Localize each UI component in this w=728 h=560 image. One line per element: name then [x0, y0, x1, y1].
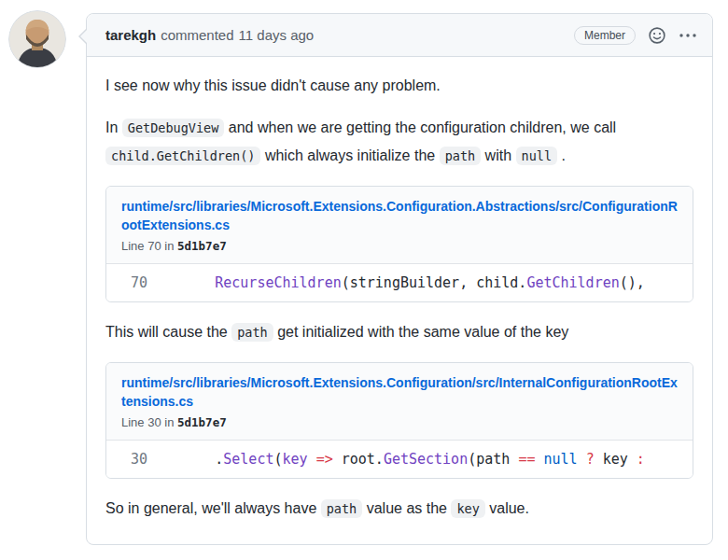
- snippet-code-area: 30 .Select(key => root.GetSection(path =…: [106, 440, 693, 478]
- kebab-icon: [679, 28, 697, 43]
- snippet-line-label: Line 30 in: [121, 415, 174, 429]
- inline-code: GetDebugView: [122, 119, 225, 137]
- line-number: 30: [106, 451, 147, 468]
- code-token: Select: [223, 451, 273, 468]
- paragraph-2: In GetDebugView and when we are getting …: [105, 114, 693, 170]
- snippet-line-label: Line 70 in: [121, 239, 174, 253]
- snippet-meta: Line 70 in 5d1b7e7: [121, 237, 678, 256]
- code-token: (path: [468, 451, 518, 468]
- code-token: [578, 451, 586, 468]
- inline-code: path: [231, 323, 273, 342]
- code-token: key: [595, 451, 637, 468]
- avatar[interactable]: [8, 10, 66, 68]
- comment-body: I see now why this issue didn't cause an…: [87, 57, 712, 544]
- code-line: RecurseChildren(stringBuilder, child.Get…: [147, 273, 693, 293]
- emoji-reaction-button[interactable]: [649, 27, 665, 44]
- inline-code: key: [451, 499, 484, 518]
- paragraph-text: This will cause the: [105, 324, 231, 340]
- paragraph-3: This will cause the path get initialized…: [105, 318, 693, 346]
- code-token: null: [543, 451, 577, 468]
- inline-code: null: [516, 147, 558, 165]
- comment-timestamp[interactable]: 11 days ago: [239, 27, 315, 43]
- paragraph-1: I see now why this issue didn't cause an…: [105, 74, 693, 98]
- snippet-commit-link[interactable]: 5d1b7e7: [177, 239, 227, 253]
- code-line: .Select(key => root.GetSection(path == n…: [147, 449, 693, 469]
- code-token: :: [637, 451, 645, 468]
- snippet-header: runtime/src/libraries/Microsoft.Extensio…: [106, 187, 693, 263]
- paragraph-text: I see now why this issue didn't cause an…: [105, 77, 441, 93]
- inline-code: path: [321, 499, 363, 518]
- snippet-header: runtime/src/libraries/Microsoft.Extensio…: [106, 363, 693, 440]
- paragraph-text: with: [481, 147, 515, 163]
- paragraph-text: and when we are getting the configuratio…: [224, 119, 616, 135]
- comment-action: commented: [161, 27, 233, 43]
- code-token: [147, 274, 215, 291]
- code-snippet-card-1: runtime/src/libraries/Microsoft.Extensio…: [105, 186, 693, 302]
- code-token: GetSection: [384, 451, 468, 468]
- snippet-meta: Line 30 in 5d1b7e7: [121, 413, 678, 432]
- comment-author[interactable]: tarekgh: [105, 27, 156, 43]
- inline-code: path: [440, 147, 482, 165]
- paragraph-4: So in general, we'll always have path va…: [105, 495, 693, 523]
- member-badge[interactable]: Member: [574, 26, 636, 45]
- comment-thread: tarekgh commented 11 days ago Member: [0, 0, 728, 560]
- paragraph-text: value.: [485, 500, 529, 516]
- code-snippet-card-2: runtime/src/libraries/Microsoft.Extensio…: [105, 362, 693, 479]
- code-token: [308, 451, 316, 468]
- avatar-image: [8, 10, 66, 68]
- code-token: RecurseChildren: [215, 274, 341, 291]
- code-token: root.: [333, 451, 384, 468]
- paragraph-text: In: [105, 119, 122, 135]
- paragraph-text: which always initialize the: [260, 147, 439, 163]
- paragraph-text: So in general, we'll always have: [105, 500, 321, 516]
- code-token: ?: [586, 451, 595, 468]
- code-token: (: [273, 451, 282, 468]
- snippet-file-link[interactable]: runtime/src/libraries/Microsoft.Extensio…: [121, 373, 678, 411]
- comment-header: tarekgh commented 11 days ago Member: [87, 14, 712, 57]
- paragraph-text: get initialized with the same value of t…: [273, 324, 569, 340]
- snippet-code-area: 70 RecurseChildren(stringBuilder, child.…: [106, 263, 693, 301]
- code-token: GetChildren: [526, 274, 619, 291]
- snippet-commit-link[interactable]: 5d1b7e7: [177, 415, 227, 429]
- code-token: (stringBuilder, child.: [342, 274, 527, 291]
- line-number: 70: [106, 274, 147, 291]
- paragraph-text: .: [557, 147, 566, 163]
- comment-card: tarekgh commented 11 days ago Member: [86, 13, 713, 545]
- snippet-file-link[interactable]: runtime/src/libraries/Microsoft.Extensio…: [121, 197, 678, 234]
- smiley-icon: [649, 27, 665, 44]
- inline-code: child.GetChildren(): [105, 147, 260, 165]
- code-token: ==: [518, 451, 535, 468]
- code-token: (),: [620, 274, 645, 291]
- kebab-menu-button[interactable]: [679, 28, 697, 43]
- paragraph-text: value as the: [362, 500, 451, 516]
- code-token: =>: [316, 451, 333, 468]
- code-token: key: [283, 451, 308, 468]
- code-token: .: [147, 451, 223, 468]
